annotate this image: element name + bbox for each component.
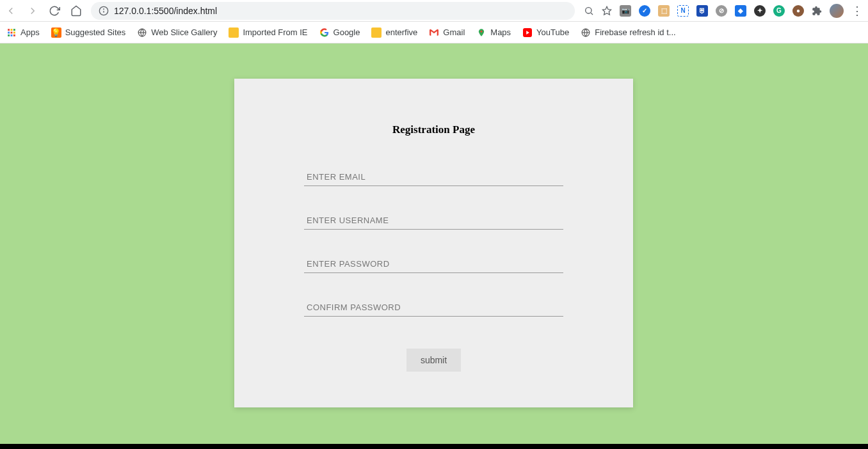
- svg-rect-9: [8, 31, 10, 33]
- registration-card: Registration Page submit: [234, 79, 633, 407]
- bookmark-label: Google: [334, 28, 360, 37]
- bookmark-label: Imported From IE: [243, 28, 307, 37]
- bookmarks-bar: Apps 💡 Suggested Sites Web Slice Gallery…: [0, 22, 868, 43]
- extensions-icon[interactable]: [812, 6, 822, 16]
- lightbulb-icon: 💡: [51, 28, 61, 38]
- svg-point-17: [481, 30, 483, 32]
- page-title: Registration Page: [234, 123, 633, 136]
- youtube-icon: [522, 28, 533, 38]
- svg-rect-11: [13, 31, 15, 33]
- svg-rect-10: [11, 31, 13, 33]
- svg-marker-5: [602, 6, 611, 15]
- globe-icon: [137, 28, 147, 38]
- field-email: [304, 168, 563, 186]
- bookmark-maps[interactable]: Maps: [476, 28, 511, 38]
- taskbar: [0, 444, 868, 449]
- bookmark-label: enterfive: [385, 28, 417, 37]
- ext-camera-icon[interactable]: 📷: [620, 5, 631, 17]
- folder-icon: [229, 28, 239, 38]
- username-input[interactable]: [304, 212, 563, 230]
- bookmark-google[interactable]: Google: [319, 28, 360, 38]
- bookmark-label: Gmail: [443, 28, 465, 37]
- svg-rect-12: [8, 34, 10, 36]
- submit-button[interactable]: submit: [406, 349, 461, 372]
- reload-icon[interactable]: [49, 5, 60, 17]
- bookmark-label: Suggested Sites: [65, 28, 126, 37]
- ext-brown-icon[interactable]: ●: [792, 5, 804, 17]
- zoom-icon[interactable]: [584, 6, 594, 16]
- ext-blue-icon[interactable]: ◆: [735, 5, 746, 17]
- svg-rect-14: [13, 34, 15, 36]
- ext-green-icon[interactable]: G: [773, 5, 785, 17]
- field-confirm-password: [304, 299, 563, 317]
- gmail-icon: [429, 28, 439, 38]
- bookmark-suggested[interactable]: 💡 Suggested Sites: [51, 28, 126, 38]
- google-icon: [319, 28, 330, 38]
- bookmark-label: Apps: [20, 28, 40, 37]
- field-password: [304, 255, 563, 273]
- email-input[interactable]: [304, 168, 563, 186]
- globe-icon: [581, 28, 591, 38]
- address-bar[interactable]: 127.0.0.1:5500/index.html: [91, 2, 575, 20]
- home-icon[interactable]: [70, 5, 82, 17]
- svg-point-3: [586, 7, 591, 13]
- bookmark-label: Firebase refresh id t...: [595, 28, 675, 37]
- browser-toolbar: 127.0.0.1:5500/index.html 📷 ✓ ⬚ N ⛨ ⊘ ◆ …: [0, 0, 868, 22]
- ext-box-icon[interactable]: ⬚: [658, 5, 670, 17]
- bookmark-youtube[interactable]: YouTube: [522, 28, 569, 38]
- apps-icon: [6, 28, 17, 38]
- ext-check-icon[interactable]: ✓: [639, 5, 650, 17]
- svg-line-4: [591, 13, 593, 15]
- extension-icons: 📷 ✓ ⬚ N ⛨ ⊘ ◆ ✦ G ● ⋮: [584, 4, 863, 18]
- menu-icon[interactable]: ⋮: [851, 5, 863, 17]
- ext-block-icon[interactable]: ⊘: [716, 5, 727, 17]
- ext-dark-icon[interactable]: ✦: [754, 5, 766, 17]
- confirm-password-input[interactable]: [304, 299, 563, 317]
- star-icon[interactable]: [602, 6, 612, 16]
- bookmark-label: Maps: [490, 28, 511, 37]
- ext-shield-icon[interactable]: ⛨: [696, 5, 708, 17]
- ext-n-icon[interactable]: N: [677, 5, 689, 17]
- page-viewport: Registration Page submit: [0, 43, 868, 444]
- svg-point-2: [104, 9, 104, 10]
- svg-rect-13: [11, 34, 13, 36]
- svg-rect-6: [8, 29, 10, 31]
- forward-icon[interactable]: [27, 5, 38, 17]
- bookmark-imported[interactable]: Imported From IE: [229, 28, 307, 38]
- maps-icon: [476, 28, 486, 38]
- bookmark-label: YouTube: [536, 28, 569, 37]
- url-text: 127.0.0.1:5500/index.html: [114, 6, 217, 16]
- folder-icon: [371, 28, 382, 38]
- svg-rect-7: [11, 29, 13, 31]
- bookmark-label: Web Slice Gallery: [151, 28, 217, 37]
- info-icon[interactable]: [99, 6, 109, 16]
- field-username: [304, 212, 563, 230]
- bookmark-webslice[interactable]: Web Slice Gallery: [137, 28, 217, 38]
- profile-avatar[interactable]: [830, 4, 844, 18]
- svg-rect-8: [13, 29, 15, 31]
- password-input[interactable]: [304, 255, 563, 273]
- bookmark-firebase[interactable]: Firebase refresh id t...: [581, 28, 675, 38]
- bookmark-gmail[interactable]: Gmail: [429, 28, 465, 38]
- back-icon[interactable]: [5, 5, 17, 17]
- bookmark-apps[interactable]: Apps: [6, 28, 40, 38]
- bookmark-enterfive[interactable]: enterfive: [371, 28, 417, 38]
